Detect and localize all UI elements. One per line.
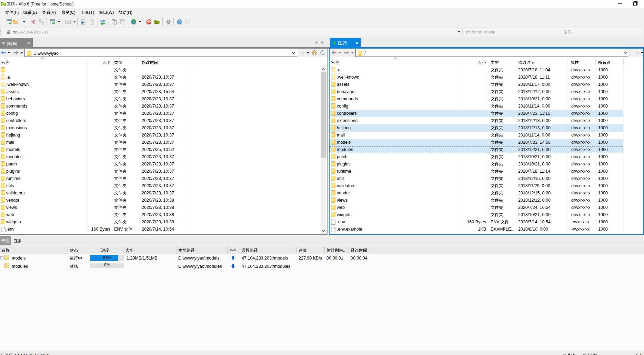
svg-text:?: ? bbox=[178, 20, 181, 24]
